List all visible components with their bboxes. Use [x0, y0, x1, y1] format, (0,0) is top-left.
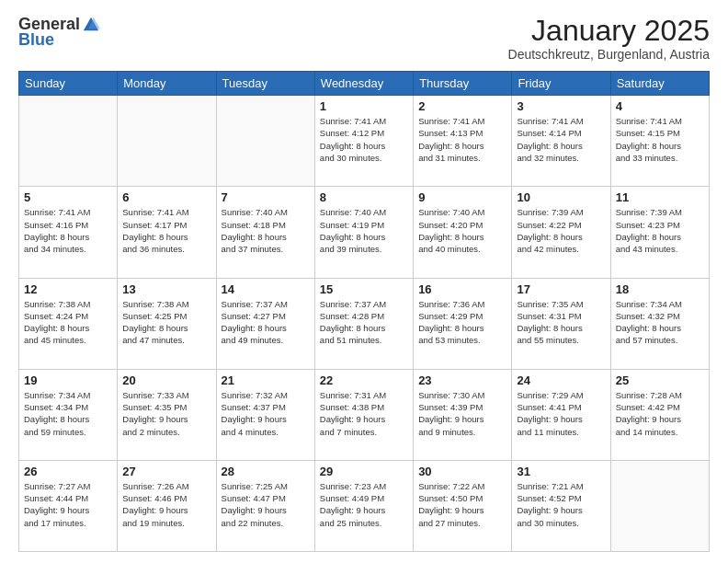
calendar-cell: 6Sunrise: 7:41 AM Sunset: 4:17 PM Daylig…	[118, 187, 216, 278]
calendar-cell: 26Sunrise: 7:27 AM Sunset: 4:44 PM Dayli…	[19, 460, 118, 551]
calendar-cell: 3Sunrise: 7:41 AM Sunset: 4:14 PM Daylig…	[512, 96, 610, 187]
day-number: 19	[24, 373, 112, 387]
calendar-cell: 20Sunrise: 7:33 AM Sunset: 4:35 PM Dayli…	[118, 369, 216, 460]
day-number: 15	[320, 282, 408, 296]
day-info: Sunrise: 7:41 AM Sunset: 4:13 PM Dayligh…	[418, 115, 506, 164]
day-number: 16	[418, 282, 506, 296]
day-number: 14	[222, 282, 310, 296]
day-info: Sunrise: 7:37 AM Sunset: 4:28 PM Dayligh…	[320, 298, 408, 347]
day-number: 1	[320, 99, 408, 113]
day-info: Sunrise: 7:37 AM Sunset: 4:27 PM Dayligh…	[222, 298, 310, 347]
day-number: 13	[122, 282, 210, 296]
title-block: January 2025 Deutschkreutz, Burgenland, …	[508, 15, 710, 62]
day-number: 8	[320, 190, 408, 204]
day-info: Sunrise: 7:29 AM Sunset: 4:41 PM Dayligh…	[517, 389, 605, 438]
calendar-cell: 5Sunrise: 7:41 AM Sunset: 4:16 PM Daylig…	[19, 187, 118, 278]
day-info: Sunrise: 7:28 AM Sunset: 4:42 PM Dayligh…	[616, 389, 704, 438]
calendar-cell: 16Sunrise: 7:36 AM Sunset: 4:29 PM Dayli…	[414, 278, 512, 369]
day-number: 2	[418, 99, 506, 113]
calendar-cell	[118, 96, 216, 187]
day-info: Sunrise: 7:34 AM Sunset: 4:32 PM Dayligh…	[616, 298, 704, 347]
calendar-cell: 2Sunrise: 7:41 AM Sunset: 4:13 PM Daylig…	[414, 96, 512, 187]
weekday-header-sunday: Sunday	[19, 72, 118, 96]
logo-blue: Blue	[18, 30, 54, 50]
week-row-0: 1Sunrise: 7:41 AM Sunset: 4:12 PM Daylig…	[19, 96, 710, 187]
calendar-cell: 18Sunrise: 7:34 AM Sunset: 4:32 PM Dayli…	[610, 278, 709, 369]
day-number: 6	[122, 190, 210, 204]
day-number: 22	[320, 373, 408, 387]
day-number: 31	[517, 465, 605, 478]
weekday-header-tuesday: Tuesday	[216, 72, 314, 96]
day-info: Sunrise: 7:32 AM Sunset: 4:37 PM Dayligh…	[222, 389, 310, 438]
day-number: 12	[24, 282, 112, 296]
calendar-cell: 7Sunrise: 7:40 AM Sunset: 4:18 PM Daylig…	[216, 187, 314, 278]
weekday-header-wednesday: Wednesday	[314, 72, 413, 96]
day-info: Sunrise: 7:41 AM Sunset: 4:16 PM Dayligh…	[24, 206, 112, 255]
day-info: Sunrise: 7:41 AM Sunset: 4:14 PM Dayligh…	[517, 115, 605, 164]
day-info: Sunrise: 7:38 AM Sunset: 4:25 PM Dayligh…	[122, 298, 210, 347]
week-row-2: 12Sunrise: 7:38 AM Sunset: 4:24 PM Dayli…	[19, 278, 710, 369]
day-number: 5	[24, 190, 112, 204]
calendar-cell: 31Sunrise: 7:21 AM Sunset: 4:52 PM Dayli…	[512, 460, 610, 551]
day-info: Sunrise: 7:41 AM Sunset: 4:17 PM Dayligh…	[122, 206, 210, 255]
weekday-header-monday: Monday	[118, 72, 216, 96]
day-info: Sunrise: 7:21 AM Sunset: 4:52 PM Dayligh…	[517, 480, 605, 529]
calendar-cell	[216, 96, 314, 187]
day-number: 4	[616, 99, 704, 113]
calendar-cell: 19Sunrise: 7:34 AM Sunset: 4:34 PM Dayli…	[19, 369, 118, 460]
day-info: Sunrise: 7:25 AM Sunset: 4:47 PM Dayligh…	[222, 480, 310, 529]
day-info: Sunrise: 7:41 AM Sunset: 4:12 PM Dayligh…	[320, 115, 408, 164]
day-info: Sunrise: 7:40 AM Sunset: 4:18 PM Dayligh…	[222, 206, 310, 255]
day-info: Sunrise: 7:22 AM Sunset: 4:50 PM Dayligh…	[418, 480, 506, 529]
calendar-cell: 14Sunrise: 7:37 AM Sunset: 4:27 PM Dayli…	[216, 278, 314, 369]
location: Deutschkreutz, Burgenland, Austria	[508, 47, 710, 62]
day-info: Sunrise: 7:31 AM Sunset: 4:38 PM Dayligh…	[320, 389, 408, 438]
day-number: 28	[222, 465, 310, 478]
day-info: Sunrise: 7:39 AM Sunset: 4:22 PM Dayligh…	[517, 206, 605, 255]
day-number: 23	[418, 373, 506, 387]
weekday-header-friday: Friday	[512, 72, 610, 96]
day-info: Sunrise: 7:35 AM Sunset: 4:31 PM Dayligh…	[517, 298, 605, 347]
day-number: 9	[418, 190, 506, 204]
day-number: 29	[320, 465, 408, 478]
day-number: 25	[616, 373, 704, 387]
calendar-cell: 29Sunrise: 7:23 AM Sunset: 4:49 PM Dayli…	[314, 460, 413, 551]
day-number: 11	[616, 190, 704, 204]
calendar-cell: 12Sunrise: 7:38 AM Sunset: 4:24 PM Dayli…	[19, 278, 118, 369]
day-info: Sunrise: 7:27 AM Sunset: 4:44 PM Dayligh…	[24, 480, 112, 529]
calendar-cell: 15Sunrise: 7:37 AM Sunset: 4:28 PM Dayli…	[314, 278, 413, 369]
calendar-cell: 27Sunrise: 7:26 AM Sunset: 4:46 PM Dayli…	[118, 460, 216, 551]
calendar-cell: 11Sunrise: 7:39 AM Sunset: 4:23 PM Dayli…	[610, 187, 709, 278]
calendar-cell: 22Sunrise: 7:31 AM Sunset: 4:38 PM Dayli…	[314, 369, 413, 460]
header: General Blue January 2025 Deutschkreutz,…	[18, 15, 710, 62]
calendar-cell: 17Sunrise: 7:35 AM Sunset: 4:31 PM Dayli…	[512, 278, 610, 369]
calendar-cell: 13Sunrise: 7:38 AM Sunset: 4:25 PM Dayli…	[118, 278, 216, 369]
calendar-cell: 23Sunrise: 7:30 AM Sunset: 4:39 PM Dayli…	[414, 369, 512, 460]
weekday-header-saturday: Saturday	[610, 72, 709, 96]
calendar-cell: 24Sunrise: 7:29 AM Sunset: 4:41 PM Dayli…	[512, 369, 610, 460]
calendar-cell: 30Sunrise: 7:22 AM Sunset: 4:50 PM Dayli…	[414, 460, 512, 551]
day-number: 17	[517, 282, 605, 296]
calendar-cell: 10Sunrise: 7:39 AM Sunset: 4:22 PM Dayli…	[512, 187, 610, 278]
calendar-cell: 9Sunrise: 7:40 AM Sunset: 4:20 PM Daylig…	[414, 187, 512, 278]
day-info: Sunrise: 7:36 AM Sunset: 4:29 PM Dayligh…	[418, 298, 506, 347]
day-info: Sunrise: 7:33 AM Sunset: 4:35 PM Dayligh…	[122, 389, 210, 438]
week-row-1: 5Sunrise: 7:41 AM Sunset: 4:16 PM Daylig…	[19, 187, 710, 278]
day-number: 18	[616, 282, 704, 296]
day-number: 27	[122, 465, 210, 478]
day-info: Sunrise: 7:30 AM Sunset: 4:39 PM Dayligh…	[418, 389, 506, 438]
week-row-4: 26Sunrise: 7:27 AM Sunset: 4:44 PM Dayli…	[19, 460, 710, 551]
day-number: 10	[517, 190, 605, 204]
page: General Blue January 2025 Deutschkreutz,…	[0, 0, 728, 563]
calendar-cell: 25Sunrise: 7:28 AM Sunset: 4:42 PM Dayli…	[610, 369, 709, 460]
month-title: January 2025	[508, 15, 710, 47]
calendar-cell: 1Sunrise: 7:41 AM Sunset: 4:12 PM Daylig…	[314, 96, 413, 187]
day-number: 21	[222, 373, 310, 387]
day-number: 24	[517, 373, 605, 387]
weekday-header-thursday: Thursday	[414, 72, 512, 96]
calendar-cell: 21Sunrise: 7:32 AM Sunset: 4:37 PM Dayli…	[216, 369, 314, 460]
calendar-cell	[19, 96, 118, 187]
week-row-3: 19Sunrise: 7:34 AM Sunset: 4:34 PM Dayli…	[19, 369, 710, 460]
day-number: 7	[222, 190, 310, 204]
day-info: Sunrise: 7:38 AM Sunset: 4:24 PM Dayligh…	[24, 298, 112, 347]
